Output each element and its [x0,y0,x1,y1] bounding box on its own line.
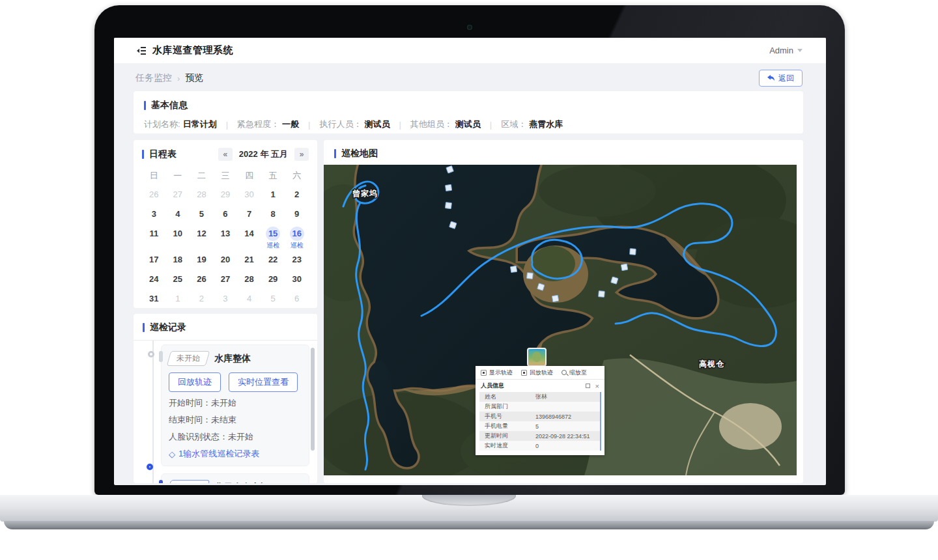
calendar-day[interactable]: 31 [142,288,166,308]
calendar-day[interactable]: 27 [166,184,190,204]
timeline-line [152,341,154,483]
calendar-day[interactable]: 4 [166,204,190,223]
calendar-day[interactable]: 21 [237,249,261,269]
calendar-day[interactable]: 1 [261,184,285,204]
person-info-popup: 显示轨迹 回放轨迹 缩放至 人员信息 [476,366,604,455]
field-label: 执行人员： [319,119,362,130]
calendar-day[interactable]: 25 [166,269,190,288]
sidebar-collapse-icon[interactable] [135,46,147,55]
calendar-day[interactable]: 2 [285,184,309,204]
map-marker[interactable] [599,291,605,298]
record-accent-bump [159,480,163,483]
field-label: 区域： [501,119,526,130]
section-accent-bar [334,149,336,158]
map-title: 巡检地图 [341,148,378,160]
replay-track-checkbox[interactable]: 回放轨迹 [521,369,553,377]
back-arrow-icon [767,75,775,81]
calendar-day[interactable]: 27 [214,269,238,288]
calendar-day[interactable]: 11 [142,223,166,249]
field-value: 日常计划 [183,119,217,130]
calendar-day[interactable]: 15巡检 [261,223,285,249]
record-item-reservoir: 未开始 水库整体 回放轨迹 实时位置查看 开始时间：未开始 结束时间：未结束 人… [161,344,309,466]
live-location-button[interactable]: 实时位置查看 [229,372,298,392]
record-field: 开始时间：未开始 [169,397,302,409]
calendar-grid: 2627282930123456789111012131415巡检16巡检171… [142,184,309,308]
checkbox-icon [481,370,487,376]
field-separator: | [308,120,310,130]
calendar-day[interactable]: 8 [261,204,285,223]
calendar-day[interactable]: 17 [142,249,166,269]
map-marker[interactable] [552,295,558,301]
calendar-day[interactable]: 10 [166,223,190,249]
calendar-day[interactable]: 6 [285,288,309,308]
calendar-day[interactable]: 3 [214,288,238,308]
calendar-day[interactable]: 12 [190,223,214,249]
map-marker[interactable] [510,266,517,272]
calendar-card: 日程表 « 2022 年 五月 » 日一二三四五六 26272829301234… [134,140,317,308]
calendar-day[interactable]: 2 [190,288,214,308]
inspection-form-link[interactable]: ◇ 1输水管线巡检记录表 [169,448,302,460]
calendar-day[interactable]: 5 [261,288,285,308]
replay-track-button[interactable]: 回放轨迹 [169,372,221,392]
user-menu[interactable]: Admin [769,46,803,55]
calendar-day[interactable]: 29 [214,184,238,204]
calendar-day[interactable]: 28 [190,184,214,204]
zoom-to-tool[interactable]: 缩放至 [561,369,587,377]
calendar-day[interactable]: 7 [237,204,261,223]
weekday-label: 五 [261,170,285,182]
calendar-next-button[interactable]: » [294,148,309,161]
calendar-day[interactable]: 28 [237,269,261,288]
calendar-day[interactable]: 18 [166,249,190,269]
field-value: 一般 [282,119,299,130]
calendar-day[interactable]: 23 [285,249,309,269]
map-card: 巡检地图 [324,140,803,483]
calendar-day[interactable]: 30 [285,269,309,288]
map-marker[interactable] [621,264,627,270]
calendar-day[interactable]: 19 [190,249,214,269]
record-field: 人脸识别状态：未开始 [169,431,302,443]
calendar-day[interactable]: 5 [190,204,214,223]
calendar-day[interactable]: 30 [237,184,261,204]
records-card: 巡检记录 未开始 水库整体 回放轨迹 [134,314,317,483]
calendar-day[interactable]: 29 [261,269,285,288]
calendar-day[interactable]: 3 [142,204,166,223]
close-icon[interactable]: × [595,383,599,389]
field-separator: | [399,120,401,130]
record-buttons: 回放轨迹 实时位置查看 [169,372,302,392]
timeline-dot-pending [148,351,154,357]
calendar-day[interactable]: 4 [237,288,261,308]
calendar-day[interactable]: 26 [142,184,166,204]
section-accent-bar [142,150,144,159]
records-timeline: 未开始 水库整体 回放轨迹 实时位置查看 开始时间：未开始 结束时间：未结束 人… [134,341,317,483]
calendar-prev-button[interactable]: « [218,148,233,161]
calendar-day[interactable]: 20 [214,249,238,269]
weekday-label: 三 [214,170,238,182]
calendar-day[interactable]: 9 [285,204,309,223]
maximize-icon[interactable] [586,384,590,388]
map-marker[interactable] [630,249,636,255]
calendar-day[interactable]: 26 [190,269,214,288]
calendar-day[interactable]: 16巡检 [285,223,309,249]
map-marker[interactable] [611,277,618,284]
calendar-day[interactable]: 1 [166,288,190,308]
basic-info-card: 基本信息 计划名称:日常计划|紧急程度：一般|执行人员：测试员|其他组员：测试员… [134,91,803,133]
calendar-day[interactable]: 6 [214,204,238,223]
calendar-day[interactable]: 13 [214,223,238,249]
calendar-day[interactable]: 22 [261,249,285,269]
field-separator: | [226,120,228,130]
calendar-day[interactable]: 24 [142,269,166,288]
calendar-day[interactable]: 14 [237,223,261,249]
person-info-table: 姓名张林所属部门手机号13968946872手机电量5更新时间2022-09-2… [479,392,601,451]
field-value: 燕霄水库 [529,119,563,130]
map-marker[interactable] [527,273,533,279]
map-marker[interactable] [445,203,451,209]
back-button[interactable]: 返回 [759,70,803,87]
breadcrumb-parent[interactable]: 任务监控 [135,72,172,84]
breadcrumb-row: 任务监控 › 预览 返回 [114,64,826,92]
records-scrollbar[interactable] [311,348,315,451]
weekday-label: 二 [190,170,214,182]
weekday-label: 六 [285,170,309,182]
inspection-map[interactable]: 曾家坞 高枧仓 显示轨迹 回放轨迹 [324,165,797,475]
map-marker[interactable] [446,184,452,191]
show-track-checkbox[interactable]: 显示轨迹 [481,369,513,377]
